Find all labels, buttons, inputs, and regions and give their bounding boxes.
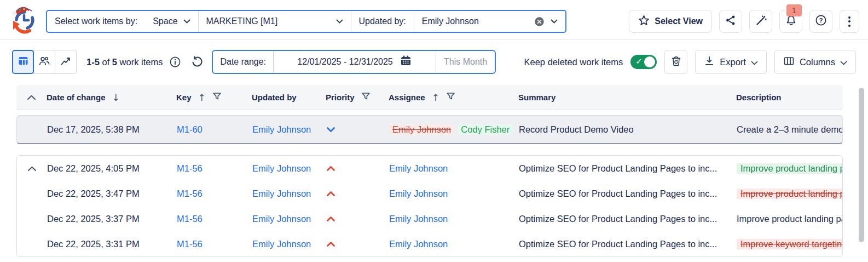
project-dropdown[interactable]: MARKETING [M1] bbox=[199, 11, 351, 32]
info-icon[interactable] bbox=[169, 56, 181, 68]
share-button[interactable] bbox=[719, 10, 742, 33]
summary-cell: Optimize SEO for Product Landing Pages t… bbox=[519, 189, 737, 199]
table-view-icon bbox=[18, 55, 29, 69]
select-view-button[interactable]: Select View bbox=[629, 10, 712, 33]
date-range-preset[interactable]: This Month bbox=[436, 57, 495, 67]
kebab-menu-icon bbox=[848, 16, 850, 27]
keep-deleted-toggle[interactable]: ✓ bbox=[630, 55, 657, 69]
help-button[interactable]: ? bbox=[809, 10, 832, 33]
header-priority: Priority bbox=[326, 92, 389, 102]
updated-by-link[interactable]: Emily Johnson bbox=[252, 214, 311, 224]
assignee-link[interactable]: Emily Johnson bbox=[389, 163, 448, 173]
date-range-field[interactable]: 12/01/2025 - 12/31/2025 bbox=[273, 51, 436, 73]
updated-by-link[interactable]: Emily Johnson bbox=[252, 124, 311, 134]
priority-icon bbox=[326, 191, 335, 197]
sort-descending-icon[interactable]: ↓ bbox=[112, 92, 120, 103]
bell-icon bbox=[785, 15, 797, 29]
updated-by-dropdown[interactable]: Emily Johnson bbox=[414, 11, 565, 32]
chevron-down-icon bbox=[751, 57, 758, 67]
updated-by-link[interactable]: Emily Johnson bbox=[252, 189, 311, 198]
toggle-check-icon: ✓ bbox=[635, 56, 643, 66]
header-summary: Summary bbox=[518, 93, 736, 102]
download-icon bbox=[704, 55, 715, 69]
assignee-link[interactable]: Emily Johnson bbox=[389, 214, 448, 224]
description-cell: Create a 2–3 minute demo bbox=[737, 124, 842, 135]
change-group: Dec 17, 2025, 5:38 PM M1-60 Emily Johnso… bbox=[16, 115, 843, 144]
notifications-button[interactable]: 1 bbox=[779, 10, 802, 33]
work-items-table: Date of change ↓ Key ↑ Updated by Priori… bbox=[0, 85, 868, 257]
assignee-change-cell: Emily JohnsonCody Fisher bbox=[389, 124, 519, 135]
count-total: 5 bbox=[112, 57, 117, 67]
header-label: Assignee bbox=[389, 93, 425, 102]
table-header-row: Date of change ↓ Key ↑ Updated by Priori… bbox=[16, 85, 843, 110]
description-cell: Improve keyword targeting bbox=[737, 239, 842, 249]
app-logo-icon bbox=[9, 5, 39, 37]
view-switcher bbox=[12, 50, 77, 74]
work-item-key-link[interactable]: M1-56 bbox=[177, 163, 202, 173]
header-key: Key ↑ bbox=[176, 92, 252, 103]
refresh-icon[interactable] bbox=[191, 56, 203, 68]
magic-wand-button[interactable] bbox=[749, 10, 772, 33]
restore-deleted-button[interactable] bbox=[664, 50, 687, 74]
work-item-key-link[interactable]: M1-56 bbox=[177, 214, 202, 224]
updated-by-label-wrap: Updated by: bbox=[351, 11, 414, 32]
people-view-button[interactable] bbox=[33, 50, 55, 74]
assignee-link[interactable]: Emily Johnson bbox=[389, 239, 448, 249]
date-of-change: Dec 22, 2025, 3:47 PM bbox=[47, 189, 177, 199]
scrollbar-thumb[interactable] bbox=[859, 88, 864, 242]
filter-funnel-icon[interactable] bbox=[446, 92, 455, 102]
chevron-down-icon bbox=[551, 19, 558, 24]
filter-funnel-icon[interactable] bbox=[212, 92, 222, 102]
star-icon bbox=[638, 15, 650, 28]
date-of-change: Dec 17, 2025, 5:38 PM bbox=[47, 124, 177, 135]
change-group: Dec 22, 2025, 4:05 PM M1-56 Emily Johnso… bbox=[16, 155, 843, 257]
toggle-knob bbox=[644, 56, 655, 67]
columns-label: Columns bbox=[800, 57, 835, 67]
trend-chart-icon bbox=[60, 55, 72, 69]
more-options-button[interactable] bbox=[840, 10, 859, 33]
table-row[interactable]: Dec 22, 2025, 3:31 PM M1-56 Emily Johnso… bbox=[17, 231, 842, 257]
priority-icon bbox=[326, 127, 335, 133]
help-icon: ? bbox=[815, 14, 827, 29]
columns-button[interactable]: Columns bbox=[774, 50, 856, 74]
description-text: Improve keyword targeting bbox=[737, 239, 842, 249]
updated-by-link[interactable]: Emily Johnson bbox=[252, 163, 311, 173]
date-of-change: Dec 22, 2025, 4:05 PM bbox=[47, 163, 177, 174]
table-row[interactable]: Dec 22, 2025, 3:37 PM M1-56 Emily Johnso… bbox=[17, 206, 842, 231]
work-items-count: 1-5 of 5 work items bbox=[86, 57, 163, 67]
header-label: Priority bbox=[326, 93, 355, 102]
work-item-key-link[interactable]: M1-56 bbox=[177, 189, 202, 198]
collapse-all-icon[interactable] bbox=[27, 93, 36, 102]
work-item-key-link[interactable]: M1-56 bbox=[177, 239, 202, 249]
date-range-control: Date range: 12/01/2025 - 12/31/2025 This… bbox=[212, 50, 496, 74]
description-text: Improve product landing pa bbox=[737, 214, 842, 224]
summary-cell: Optimize SEO for Product Landing Pages t… bbox=[519, 239, 737, 249]
filter-bar-label-wrap: Select work items by: bbox=[47, 11, 145, 32]
clear-filter-icon[interactable] bbox=[534, 16, 545, 27]
filter-funnel-icon[interactable] bbox=[361, 92, 371, 102]
chart-view-button[interactable] bbox=[55, 50, 77, 74]
assignee-link[interactable]: Emily Johnson bbox=[389, 189, 448, 198]
priority-icon bbox=[326, 166, 335, 172]
priority-icon bbox=[326, 241, 335, 247]
filter-by-value: Space bbox=[153, 16, 177, 26]
select-view-label: Select View bbox=[655, 16, 703, 26]
filter-by-dropdown[interactable]: Space bbox=[145, 11, 198, 32]
count-suffix: work items bbox=[120, 57, 163, 67]
sort-ascending-icon[interactable]: ↑ bbox=[432, 92, 439, 103]
view-toolbar: 1-5 of 5 work items Date range: 12/01/20… bbox=[0, 50, 868, 74]
export-button[interactable]: Export bbox=[695, 50, 767, 74]
keep-deleted-label: Keep deleted work items bbox=[524, 57, 623, 67]
table-row[interactable]: Dec 22, 2025, 3:47 PM M1-56 Emily Johnso… bbox=[17, 181, 842, 206]
updated-by-link[interactable]: Emily Johnson bbox=[252, 239, 311, 249]
header-assignee: Assignee ↑ bbox=[389, 92, 518, 103]
top-actions: Select View 1 ? bbox=[629, 10, 859, 33]
table-row[interactable]: Dec 17, 2025, 5:38 PM M1-60 Emily Johnso… bbox=[17, 116, 842, 143]
sort-ascending-icon[interactable]: ↑ bbox=[198, 92, 206, 103]
summary-cell: Record Product Demo Video bbox=[519, 124, 737, 135]
table-view-button[interactable] bbox=[12, 50, 34, 74]
table-row[interactable]: Dec 22, 2025, 4:05 PM M1-56 Emily Johnso… bbox=[17, 156, 842, 181]
work-item-key-link[interactable]: M1-60 bbox=[177, 124, 202, 134]
collapse-group-icon[interactable] bbox=[27, 163, 37, 174]
updated-by-label: Updated by: bbox=[359, 16, 406, 26]
